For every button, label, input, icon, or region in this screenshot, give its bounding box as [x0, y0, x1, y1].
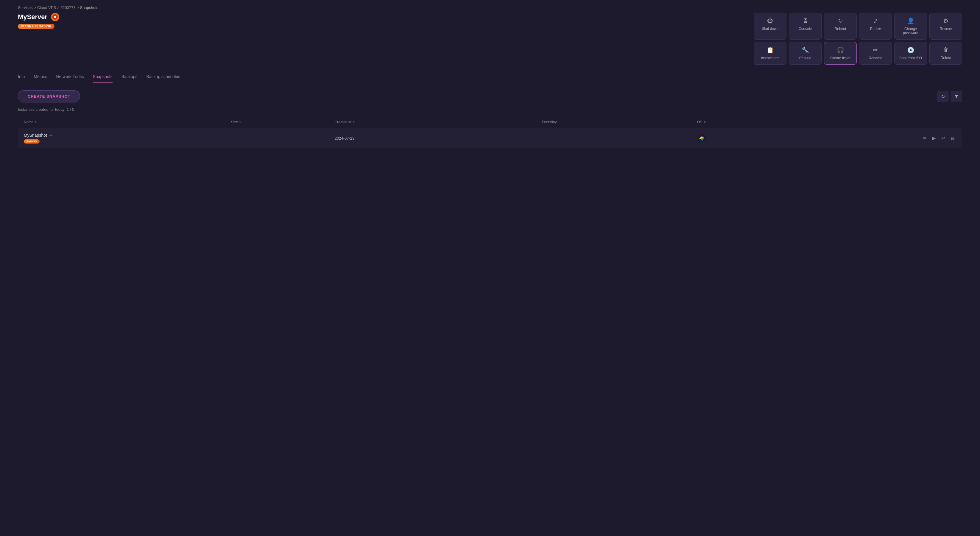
sort-size-icon: ⇅	[239, 121, 242, 124]
col-header-size[interactable]: Size ⇅	[231, 120, 335, 124]
svg-point-1	[54, 16, 56, 18]
tab-network-traffic[interactable]: Network Traffic	[56, 71, 84, 83]
shut-down-icon: ⏻	[767, 17, 773, 24]
server-header: MyServer IMAGE UPLOADING ⏻ Shut down	[18, 13, 962, 65]
snapshot-name: MySnapshot	[24, 133, 47, 138]
sort-name-icon: ⇅	[35, 121, 37, 124]
tab-backups[interactable]: Backups	[121, 71, 138, 83]
action-rename[interactable]: ✏ Rename	[859, 42, 892, 65]
col-header-os[interactable]: OS ⇅	[697, 120, 853, 124]
os-icon	[51, 13, 59, 21]
snapshot-edit-inline-icon[interactable]: ✏	[49, 133, 53, 138]
action-reboot[interactable]: ↻ Reboot	[824, 13, 857, 40]
action-delete[interactable]: 🗑 Delete	[929, 42, 962, 65]
delete-icon: 🗑	[943, 46, 949, 53]
nav-tabs: Info Metrics Network Traffic Snapshots B…	[18, 71, 962, 83]
refresh-icon: ↻	[941, 94, 945, 99]
console-label: Console	[799, 27, 812, 31]
refresh-button[interactable]: ↻	[937, 91, 948, 102]
action-rescue[interactable]: ⚙ Rescue	[929, 13, 962, 40]
tab-snapshots[interactable]: Snapshots	[93, 71, 113, 83]
snapshot-saving-badge: SAVING	[24, 139, 40, 143]
snapshot-os-logo	[697, 134, 853, 143]
action-create-ticket[interactable]: 🎧 Create ticket	[824, 42, 857, 65]
breadcrumb-services[interactable]: Services	[18, 5, 33, 10]
server-name: MyServer	[18, 13, 47, 21]
col-header-price-day: Price/day	[542, 120, 697, 124]
snapshot-undo-button[interactable]: ↩	[940, 134, 947, 142]
rename-label: Rename	[869, 56, 882, 60]
change-password-label: Change password	[897, 27, 924, 35]
col-header-actions	[853, 120, 956, 124]
server-status-badge: IMAGE UPLOADING	[18, 24, 54, 29]
action-console[interactable]: 🖥 Console	[789, 13, 822, 40]
instructions-icon: 📋	[767, 46, 774, 54]
create-ticket-icon: 🎧	[837, 46, 844, 54]
filter-icon: ▼	[954, 94, 959, 99]
server-info: MyServer IMAGE UPLOADING	[18, 13, 59, 28]
filter-button[interactable]: ▼	[951, 91, 962, 102]
snapshot-delete-button[interactable]: 🗑	[949, 135, 956, 142]
action-rebuild[interactable]: 🔧 Rebuild	[789, 42, 822, 65]
breadcrumb-server-id[interactable]: 5203773	[60, 5, 76, 10]
console-icon: 🖥	[802, 17, 808, 24]
tab-backup-schedules[interactable]: Backup schedules	[146, 71, 180, 83]
table-row: MySnapshot ✏ SAVING 2024-07-23 ✏	[18, 128, 962, 148]
action-instructions[interactable]: 📋 Instructions	[754, 42, 786, 65]
rescue-icon: ⚙	[943, 17, 948, 24]
action-shut-down[interactable]: ⏻ Shut down	[754, 13, 786, 40]
create-ticket-label: Create ticket	[830, 56, 850, 60]
change-password-icon: 👤	[907, 17, 915, 24]
create-snapshot-button[interactable]: CREATE SNAPSHOT	[18, 90, 80, 102]
snapshot-restore-button[interactable]: ▶	[931, 134, 937, 142]
delete-label: Delete	[941, 56, 951, 60]
rebuild-label: Rebuild	[799, 56, 811, 60]
table-header: Name ⇅ Size ⇅ Created at ⇅ Price/day OS …	[18, 116, 962, 128]
instances-info: Instances created for today: 1 / 5	[18, 107, 962, 112]
sort-os-icon: ⇅	[704, 121, 706, 124]
reboot-label: Reboot	[835, 27, 846, 31]
boot-from-iso-icon: 💿	[907, 46, 915, 54]
breadcrumb-cloud-vps[interactable]: Cloud VPS	[37, 5, 56, 10]
snapshot-created-at: 2024-07-23	[335, 136, 542, 140]
sort-created-at-icon: ⇅	[353, 121, 355, 124]
snapshot-edit-button[interactable]: ✏	[922, 134, 928, 142]
rebuild-icon: 🔧	[802, 46, 809, 54]
action-resize[interactable]: ⤢ Resize	[859, 13, 892, 40]
tab-info[interactable]: Info	[18, 71, 25, 83]
resize-label: Resize	[870, 27, 881, 31]
snapshot-row-actions: ✏ ▶ ↩ 🗑	[853, 134, 956, 142]
breadcrumb-current: Snapshots	[80, 5, 98, 10]
tab-metrics[interactable]: Metrics	[33, 71, 47, 83]
toolbar-icons: ↻ ▼	[937, 91, 962, 102]
reboot-icon: ↻	[838, 17, 843, 24]
breadcrumb: Services > Cloud VPS > 5203773 > Snapsho…	[0, 0, 980, 13]
snapshots-toolbar: CREATE SNAPSHOT ↻ ▼	[18, 90, 962, 102]
snapshot-name-cell: MySnapshot ✏ SAVING	[24, 133, 231, 143]
col-header-created-at[interactable]: Created at ⇅	[335, 120, 542, 124]
boot-from-iso-label: Boot from ISO	[899, 56, 922, 60]
snapshots-table: Name ⇅ Size ⇅ Created at ⇅ Price/day OS …	[18, 116, 962, 150]
instructions-label: Instructions	[761, 56, 779, 60]
rename-icon: ✏	[873, 46, 878, 54]
action-buttons-container: ⏻ Shut down 🖥 Console ↻ Reboot ⤢ Resize …	[754, 13, 962, 65]
col-header-name[interactable]: Name ⇅	[24, 120, 231, 124]
resize-icon: ⤢	[873, 17, 878, 24]
action-change-password[interactable]: 👤 Change password	[894, 13, 927, 40]
shut-down-label: Shut down	[762, 27, 779, 31]
rescue-label: Rescue	[940, 27, 952, 31]
action-boot-from-iso[interactable]: 💿 Boot from ISO	[894, 42, 927, 65]
